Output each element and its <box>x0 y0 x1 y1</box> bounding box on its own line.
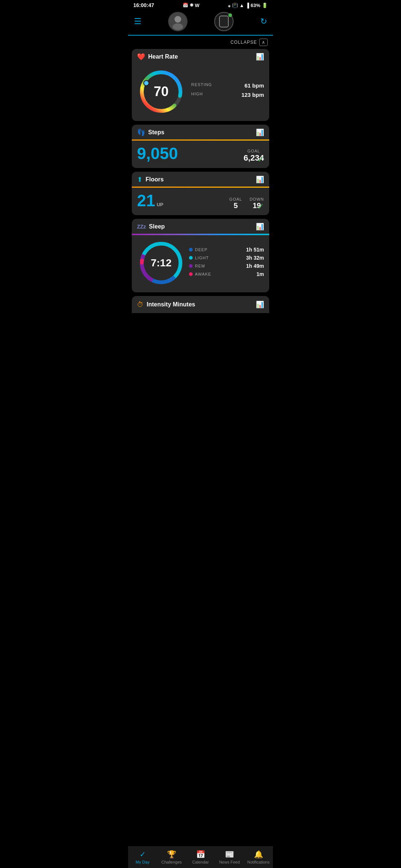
awake-value: 1m <box>257 271 264 277</box>
battery-text: 63% <box>251 3 260 8</box>
user-avatar[interactable] <box>168 12 188 31</box>
awake-label: AWAKE <box>195 272 254 276</box>
awake-row: AWAKE 1m <box>189 271 264 277</box>
sleep-total-value: 7:12 <box>151 257 172 269</box>
heart-rate-card: ❤️ Heart Rate 📊 <box>132 49 269 121</box>
floors-card: ⬆ Floors 📊 21 UP GOAL 5 DOWN 19 ✓ <box>132 172 269 215</box>
heart-rate-header: ❤️ Heart Rate 📊 <box>132 49 269 64</box>
menu-button[interactable]: ☰ <box>134 17 141 26</box>
light-label: LIGHT <box>195 256 244 260</box>
resting-label: RESTING <box>191 82 212 89</box>
avatar-image <box>169 13 187 30</box>
floors-title-group: ⬆ Floors <box>137 175 164 184</box>
floors-value: 21 <box>137 191 155 210</box>
floors-up-label: UP <box>157 202 163 207</box>
awake-dot <box>189 272 193 276</box>
steps-body: 9,050 GOAL 6,234 ✓ <box>132 141 269 168</box>
heart-rate-gauge: 70 <box>137 68 185 116</box>
rem-dot <box>189 264 193 268</box>
light-value: 3h 32m <box>246 255 264 261</box>
refresh-button[interactable]: ↻ <box>260 17 267 26</box>
calendar-icon: 📅 <box>183 3 188 8</box>
collapse-bar: COLLAPSE ∧ <box>128 36 273 49</box>
collapse-button[interactable]: ∧ <box>259 39 268 46</box>
wifi-icon: ▲ <box>239 3 244 8</box>
sleep-chart-icon[interactable]: 📊 <box>256 223 264 231</box>
floors-goal-value: 5 <box>229 201 242 210</box>
intensity-chart-icon[interactable]: 📊 <box>256 300 264 309</box>
rem-label: REM <box>195 264 244 268</box>
steps-value: 9,050 <box>137 144 178 163</box>
floors-check-icon: ✓ <box>257 202 264 211</box>
w-icon: W <box>195 3 199 8</box>
sleep-card: ZZz Sleep 📊 7:12 <box>132 219 269 292</box>
steps-header: 👣 Steps 📊 <box>132 125 269 139</box>
status-right: ⁎ 📳 ▲ ▐ 63% 🔋 <box>228 3 268 8</box>
heart-rate-stats: RESTING 61 bpm HIGH 123 bpm <box>191 82 264 101</box>
intensity-icon: ⏱ <box>137 301 144 309</box>
heart-rate-chart-icon[interactable]: 📊 <box>256 53 264 61</box>
high-label: HIGH <box>191 92 203 98</box>
sleep-title: Sleep <box>149 223 165 230</box>
resting-value: 61 bpm <box>244 82 264 89</box>
device-online-dot <box>228 13 232 17</box>
intensity-card: ⏱ Intensity Minutes 📊 <box>132 296 269 313</box>
deep-dot <box>189 248 193 251</box>
floors-goal-group: GOAL 5 <box>229 197 242 210</box>
sleep-title-group: ZZz Sleep <box>137 223 165 230</box>
status-icons: 📅 ❋ W <box>183 3 199 8</box>
bluetooth-icon: ⁎ <box>228 3 231 8</box>
high-value: 123 bpm <box>241 92 264 98</box>
steps-check-icon: ✓ <box>257 155 264 164</box>
status-bar: 16:00:47 📅 ❋ W ⁎ 📳 ▲ ▐ 63% 🔋 <box>128 0 273 10</box>
collapse-label: COLLAPSE <box>231 40 257 45</box>
status-time: 16:00:47 <box>133 2 154 8</box>
main-content: ❤️ Heart Rate 📊 <box>128 49 273 358</box>
steps-chart-icon[interactable]: 📊 <box>256 128 264 137</box>
rem-value: 1h 49m <box>246 263 264 269</box>
floors-goal-label: GOAL <box>229 197 242 201</box>
light-dot <box>189 256 193 260</box>
rem-row: REM 1h 49m <box>189 263 264 269</box>
steps-card: 👣 Steps 📊 9,050 GOAL 6,234 ✓ <box>132 125 269 168</box>
intensity-title: Intensity Minutes <box>147 301 195 308</box>
floors-chart-icon[interactable]: 📊 <box>256 175 264 184</box>
device-icon[interactable] <box>214 12 234 31</box>
svg-point-1 <box>175 16 181 23</box>
steps-goal-label: GOAL <box>244 149 264 153</box>
app-header: ☰ ↻ <box>128 10 273 36</box>
deep-row: DEEP 1h 51m <box>189 247 264 253</box>
sleep-stats: DEEP 1h 51m LIGHT 3h 32m REM 1h 49m AWAK… <box>189 247 264 279</box>
heart-rate-body: 70 RESTING 61 bpm HIGH 123 bpm <box>132 64 269 121</box>
floors-header: ⬆ Floors 📊 <box>132 172 269 187</box>
high-row: HIGH 123 bpm <box>191 92 264 98</box>
light-row: LIGHT 3h 32m <box>189 255 264 261</box>
sleep-gauge: 7:12 <box>137 239 185 287</box>
floors-title: Floors <box>146 176 164 183</box>
deep-label: DEEP <box>195 247 244 252</box>
heart-rate-title-group: ❤️ Heart Rate <box>137 53 178 61</box>
floors-main-group: 21 UP <box>137 191 163 210</box>
heart-rate-value: 70 <box>154 84 169 99</box>
steps-icon: 👣 <box>137 128 145 137</box>
battery-icon: 🔋 <box>262 3 268 8</box>
floors-icon: ⬆ <box>137 175 143 184</box>
sleep-header: ZZz Sleep 📊 <box>132 219 269 234</box>
steps-title: Steps <box>148 129 164 136</box>
sleep-body: 7:12 DEEP 1h 51m LIGHT 3h 32m REM 1h 49m <box>132 235 269 292</box>
sleep-icon: ZZz <box>137 224 146 230</box>
signal-icon: ▐ <box>246 3 249 8</box>
heart-rate-title: Heart Rate <box>148 53 178 60</box>
intensity-title-group: ⏱ Intensity Minutes <box>137 301 195 309</box>
svg-point-5 <box>144 80 149 86</box>
asterisk-icon: ❋ <box>190 3 193 8</box>
deep-value: 1h 51m <box>246 247 264 253</box>
heart-icon: ❤️ <box>137 53 145 61</box>
vibrate-icon: 📳 <box>232 3 238 8</box>
floors-body: 21 UP GOAL 5 DOWN 19 ✓ <box>132 188 269 215</box>
floors-down-label: DOWN <box>250 197 264 201</box>
intensity-header: ⏱ Intensity Minutes 📊 <box>132 296 269 313</box>
resting-row: RESTING 61 bpm <box>191 82 264 89</box>
svg-point-2 <box>173 23 183 30</box>
steps-title-group: 👣 Steps <box>137 128 164 137</box>
